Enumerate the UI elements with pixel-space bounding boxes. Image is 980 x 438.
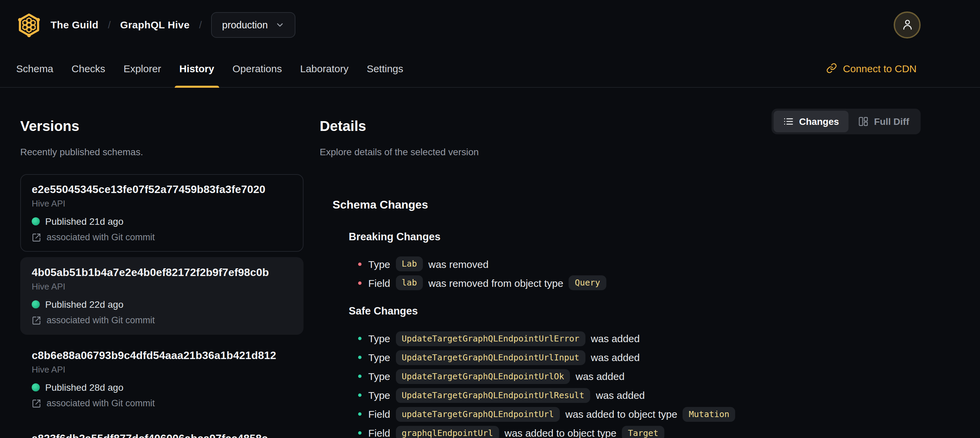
link-icon [826,63,837,73]
version-card[interactable]: e2e55045345ce13fe07f52a77459b83fa3fe7020… [20,174,304,252]
full-diff-view-label: Full Diff [874,116,909,127]
change-text: was added to object type [566,408,678,420]
version-hash: a823f6db2a55df877dcf406006abca97fcc4858c [32,432,292,438]
code-chip: graphqlEndpointUrl [396,425,499,438]
main-content: Versions Recently published schemas. e2e… [0,88,980,438]
git-commit-link[interactable]: associated with Git commit [32,232,292,243]
change-text: was added [591,333,640,344]
git-commit-label: associated with Git commit [46,232,155,243]
versions-title: Versions [20,118,304,135]
version-hash: 4b05ab51b1b4a7e2e4b0ef82172f2b9f7ef98c0b [32,266,292,279]
published-status-label: Published 21d ago [45,216,123,227]
safe-bullet-icon [358,374,361,378]
list-icon [783,116,794,127]
hive-logo-icon [16,12,42,37]
change-groups: Breaking Changes TypeLabwas removedField… [332,230,921,438]
external-link-icon [32,316,41,325]
user-menu-button[interactable] [894,11,921,38]
code-chip: Query [569,276,606,290]
breadcrumb-org[interactable]: The Guild [51,19,99,30]
chevron-down-icon [275,20,285,29]
version-hash: e2e55045345ce13fe07f52a77459b83fa3fe7020 [32,183,292,196]
tab-laboratory[interactable]: Laboratory [293,49,355,87]
code-chip: Lab [396,257,423,272]
change-text: Type [368,333,390,344]
details-header: Details Explore details of the selected … [320,107,921,167]
code-chip: UpdateTargetGraphQLEndpointUrlOk [396,369,570,384]
published-status-dot [32,217,40,225]
code-chip: UpdateTargetGraphQLEndpointUrlInput [396,350,585,365]
app-window: The Guild / GraphQL Hive / production [0,0,980,438]
git-commit-label: associated with Git commit [46,398,155,409]
code-chip: UpdateTargetGraphQLEndpointUrlError [396,331,585,346]
details-panel: Details Explore details of the selected … [320,107,921,438]
published-status-label: Published 28d ago [45,382,123,393]
connect-to-cdn-button[interactable]: Connect to CDN [822,49,921,87]
version-published-status: Published 28d ago [32,382,292,393]
safe-bullet-icon [358,431,361,435]
change-text: Type [368,371,390,382]
change-item: TypeUpdateTargetGraphQLEndpointUrlErrorw… [358,331,921,346]
breaking-bullet-icon [358,263,361,266]
change-text: Type [368,389,390,401]
tab-schema[interactable]: Schema [10,49,60,87]
change-item: FieldgraphqlEndpointUrlwas added to obje… [358,425,921,438]
version-service-label: Hive API [32,365,292,375]
change-group-title: Safe Changes [349,304,921,317]
target-selector-dropdown[interactable]: production [212,12,296,37]
view-toggle-group: Changes Full Diff [772,109,921,134]
published-status-label: Published 22d ago [45,299,123,310]
safe-bullet-icon [358,337,361,340]
code-chip: UpdateTargetGraphQLEndpointUrlResult [396,388,590,403]
change-text: Field [368,427,390,438]
changes-view-button[interactable]: Changes [773,111,848,132]
safe-bullet-icon [358,356,361,359]
change-list: TypeLabwas removedFieldlabwas removed fr… [358,257,921,290]
change-item: TypeLabwas removed [358,257,921,272]
change-text: was added [596,389,645,401]
change-text: Type [368,258,390,270]
change-text: was added to object type [504,427,616,438]
breadcrumb-project[interactable]: GraphQL Hive [120,19,189,30]
published-status-dot [32,383,40,392]
code-chip: updateTargetGraphQLEndpointUrl [396,407,560,422]
breaking-bullet-icon [358,282,361,285]
details-subtitle: Explore details of the selected version [320,147,479,158]
external-link-icon [32,399,41,408]
version-service-label: Hive API [32,198,292,209]
change-text: Field [368,408,390,420]
target-selector-value: production [222,19,268,30]
tab-explorer[interactable]: Explorer [117,49,168,87]
tab-settings[interactable]: Settings [360,49,410,87]
primary-tabs: SchemaChecksExplorerHistoryOperationsLab… [10,49,415,87]
change-item: TypeUpdateTargetGraphQLEndpointUrlInputw… [358,350,921,365]
primary-nav: SchemaChecksExplorerHistoryOperationsLab… [0,49,980,88]
change-group: Breaking Changes TypeLabwas removedField… [349,230,921,290]
version-card[interactable]: a823f6db2a55df877dcf406006abca97fcc4858c… [20,423,304,438]
details-title: Details [320,118,479,135]
user-icon [901,18,913,31]
code-chip: Target [622,425,664,438]
tab-history[interactable]: History [173,49,221,87]
full-diff-view-button[interactable]: Full Diff [848,111,919,132]
tab-checks[interactable]: Checks [65,49,112,87]
git-commit-link[interactable]: associated with Git commit [32,398,292,409]
external-link-icon [32,233,41,242]
code-chip: lab [396,276,423,290]
git-commit-link[interactable]: associated with Git commit [32,315,292,326]
versions-list: e2e55045345ce13fe07f52a77459b83fa3fe7020… [20,174,304,438]
version-service-label: Hive API [32,282,292,292]
code-chip: Mutation [683,407,735,422]
top-bar: The Guild / GraphQL Hive / production [0,0,980,49]
change-item: FieldupdateTargetGraphQLEndpointUrlwas a… [358,407,921,422]
change-group: Safe Changes TypeUpdateTargetGraphQLEndp… [349,304,921,438]
version-card[interactable]: c8b6e88a06793b9c4dfd54aaa21b36a1b421d812… [20,340,304,418]
change-text: Field [368,277,390,289]
version-card[interactable]: 4b05ab51b1b4a7e2e4b0ef82172f2b9f7ef98c0b… [20,257,304,335]
change-text: was removed [428,258,488,270]
versions-panel: Versions Recently published schemas. e2e… [20,107,304,438]
change-item: TypeUpdateTargetGraphQLEndpointUrlOkwas … [358,369,921,384]
tab-operations[interactable]: Operations [226,49,289,87]
details-header-text: Details Explore details of the selected … [320,107,479,167]
change-text: was added [576,371,625,382]
